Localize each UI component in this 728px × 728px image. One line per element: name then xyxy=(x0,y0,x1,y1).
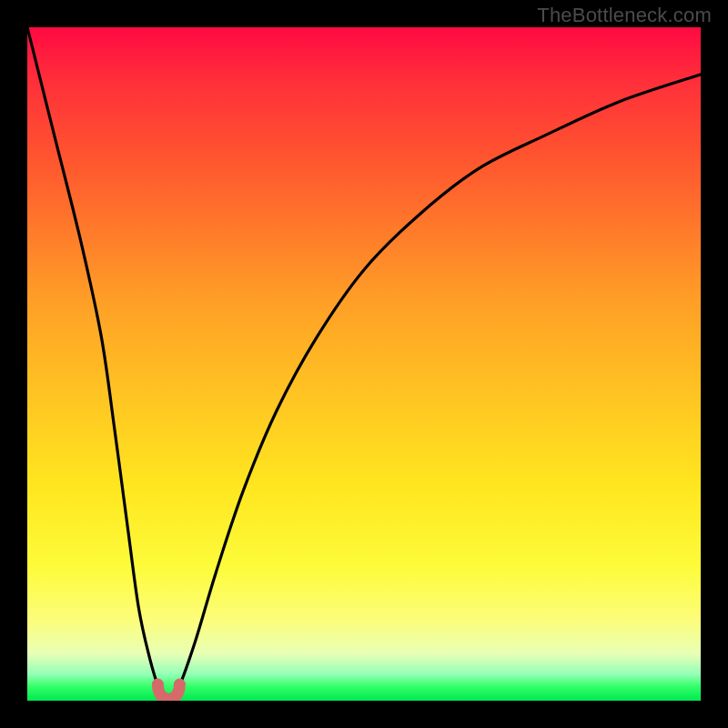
plot-area xyxy=(27,27,701,701)
attribution-label: TheBottleneck.com xyxy=(537,4,712,27)
chart-frame: TheBottleneck.com xyxy=(0,0,728,728)
heat-gradient xyxy=(27,27,701,701)
